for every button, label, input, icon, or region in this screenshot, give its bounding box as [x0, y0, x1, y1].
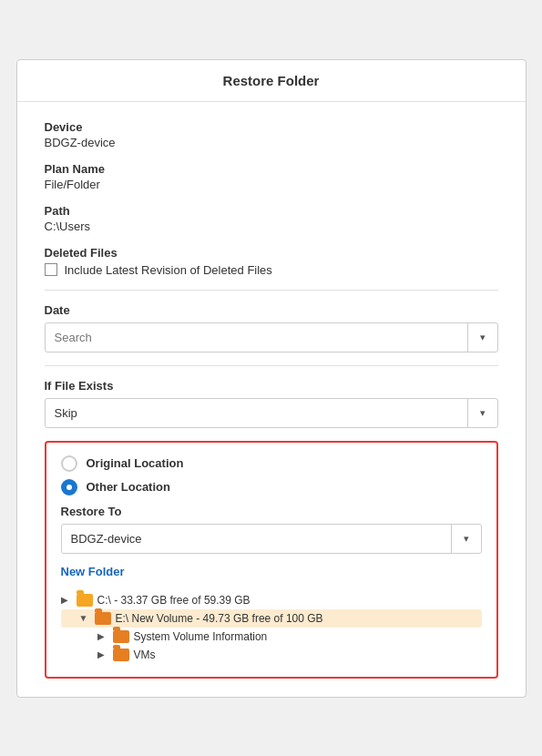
- tree-text-svi: System Volume Information: [134, 630, 268, 643]
- folder-icon-vms: [113, 649, 129, 661]
- other-location-row[interactable]: Other Location: [61, 479, 482, 495]
- path-label: Path: [45, 204, 498, 218]
- device-label: Device: [45, 120, 498, 134]
- device-value: BDGZ-device: [45, 136, 498, 149]
- modal-title: Restore Folder: [17, 60, 526, 102]
- tree-arrow-c: ▶: [61, 595, 72, 605]
- restore-to-input[interactable]: [61, 524, 482, 554]
- path-field: Path C:\Users: [45, 204, 498, 233]
- if-file-exists-dropdown-wrapper: ▾: [45, 398, 498, 428]
- chevron-down-icon-3: ▾: [464, 533, 469, 545]
- divider-1: [45, 290, 498, 291]
- restore-to-section: Restore To ▾: [61, 505, 482, 554]
- new-folder-link[interactable]: New Folder: [61, 565, 125, 578]
- if-file-exists-field: If File Exists ▾: [45, 379, 498, 428]
- deleted-files-checkbox[interactable]: [45, 263, 57, 276]
- if-file-exists-label: If File Exists: [45, 379, 498, 393]
- original-location-radio[interactable]: [61, 455, 77, 472]
- restore-to-dropdown-wrapper: ▾: [61, 524, 482, 554]
- plan-name-value: File/Folder: [45, 178, 498, 191]
- tree-arrow-svi: ▶: [97, 631, 108, 641]
- tree-item-svi[interactable]: ▶ System Volume Information: [61, 628, 482, 646]
- tree-text-c: C:\ - 33.37 GB free of 59.39 GB: [97, 594, 251, 607]
- tree-arrow-vms: ▶: [97, 649, 108, 659]
- other-location-radio[interactable]: [61, 479, 77, 495]
- deleted-files-checkbox-label: Include Latest Revision of Deleted Files: [65, 263, 272, 277]
- plan-name-field: Plan Name File/Folder: [45, 162, 498, 191]
- deleted-files-field: Deleted Files Include Latest Revision of…: [45, 246, 498, 277]
- if-file-exists-dropdown-arrow[interactable]: ▾: [467, 398, 498, 428]
- chevron-down-icon: ▾: [480, 332, 486, 343]
- plan-name-label: Plan Name: [45, 162, 498, 176]
- folder-icon-c: [77, 594, 93, 607]
- modal-body: Device BDGZ-device Plan Name File/Folder…: [17, 102, 526, 697]
- folder-tree: ▶ C:\ - 33.37 GB free of 59.39 GB ▼ E:\ …: [61, 591, 482, 664]
- other-location-label: Other Location: [87, 480, 170, 494]
- tree-item-c[interactable]: ▶ C:\ - 33.37 GB free of 59.39 GB: [61, 591, 482, 609]
- restore-folder-modal: Restore Folder Device BDGZ-device Plan N…: [16, 59, 527, 698]
- restore-to-dropdown-arrow[interactable]: ▾: [451, 524, 482, 554]
- restore-to-label: Restore To: [61, 505, 482, 518]
- if-file-exists-input[interactable]: [45, 398, 498, 428]
- deleted-files-label: Deleted Files: [45, 246, 498, 260]
- date-dropdown-wrapper: ▾: [45, 322, 498, 352]
- tree-item-vms[interactable]: ▶ VMs: [61, 646, 482, 664]
- folder-icon-e: [95, 612, 111, 625]
- folder-icon-svi: [113, 630, 129, 643]
- divider-2: [45, 365, 498, 366]
- date-field: Date ▾: [45, 303, 498, 352]
- device-field: Device BDGZ-device: [45, 120, 498, 149]
- location-section: Original Location Other Location Restore…: [45, 441, 498, 679]
- deleted-files-checkbox-row: Include Latest Revision of Deleted Files: [45, 263, 498, 277]
- date-label: Date: [45, 303, 498, 317]
- tree-text-e: E:\ New Volume - 49.73 GB free of 100 GB: [116, 612, 323, 625]
- tree-arrow-e: ▼: [79, 613, 90, 623]
- original-location-row[interactable]: Original Location: [61, 455, 482, 472]
- tree-item-e[interactable]: ▼ E:\ New Volume - 49.73 GB free of 100 …: [61, 609, 482, 628]
- chevron-down-icon-2: ▾: [480, 407, 486, 419]
- path-value: C:\Users: [45, 220, 498, 233]
- date-dropdown-arrow[interactable]: ▾: [467, 322, 498, 352]
- tree-text-vms: VMs: [134, 649, 156, 661]
- original-location-label: Original Location: [87, 456, 184, 470]
- date-search-input[interactable]: [45, 322, 498, 352]
